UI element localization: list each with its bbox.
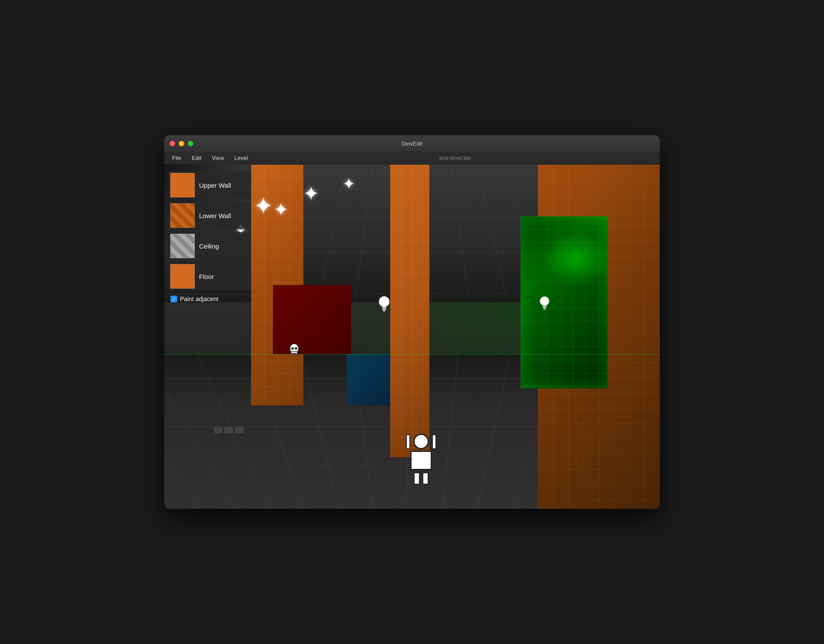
close-button[interactable] <box>169 141 175 146</box>
paint-adjacent-row[interactable]: ✓ Paint adjacent <box>169 295 251 303</box>
bench-3 <box>235 427 243 433</box>
upper-wall-label: Upper Wall <box>199 182 231 189</box>
center-pillar <box>390 165 429 457</box>
bench-area <box>214 427 243 433</box>
sparkle-icon-1: ✦ <box>253 192 273 220</box>
upper-wall-swatch <box>170 173 195 197</box>
svg-rect-8 <box>543 308 546 309</box>
center-pillar-grid <box>390 165 429 457</box>
red-area <box>273 285 351 354</box>
green-grid <box>521 216 608 388</box>
title-bar: DelvEdit <box>164 135 660 152</box>
menu-bar: File Edit View Level test-level.bin <box>164 152 660 165</box>
person-leg-left <box>414 472 420 485</box>
person-legs <box>406 472 436 485</box>
water-area <box>347 354 390 406</box>
person-arms <box>406 434 436 449</box>
person-leg-right <box>422 472 429 485</box>
sparkle-icon-2: ✦ <box>303 182 319 205</box>
svg-point-0 <box>379 296 389 307</box>
person-body <box>410 451 432 470</box>
menu-edit[interactable]: Edit <box>187 153 206 163</box>
app-window: DelvEdit File Edit View Level test-level… <box>164 135 660 509</box>
texture-item-upper-wall[interactable]: Upper Wall <box>169 171 251 199</box>
maximize-button[interactable] <box>188 141 193 146</box>
window-title: DelvEdit <box>402 140 422 147</box>
menu-level[interactable]: Level <box>230 153 252 163</box>
lower-wall-swatch <box>170 203 195 228</box>
checkbox-check-icon: ✓ <box>172 297 176 302</box>
texture-item-lower-wall[interactable]: Lower Wall <box>169 202 251 229</box>
minimize-button[interactable] <box>179 141 184 146</box>
light-bulb-2 <box>538 295 551 316</box>
paint-adjacent-checkbox[interactable]: ✓ <box>170 295 177 302</box>
texture-item-ceiling[interactable]: Ceiling <box>169 232 251 260</box>
svg-point-14 <box>291 347 294 350</box>
ceiling-label: Ceiling <box>199 242 219 250</box>
menu-view[interactable]: View <box>207 153 228 163</box>
viewport-area[interactable]: ✦ ✦ ✦ ✦ ✦ <box>164 165 660 509</box>
person-arm-left <box>406 434 410 449</box>
svg-rect-9 <box>544 309 546 310</box>
svg-rect-18 <box>295 353 296 355</box>
3d-viewport[interactable]: ✦ ✦ ✦ ✦ ✦ <box>164 165 660 509</box>
bench-2 <box>224 427 233 433</box>
player-figure <box>406 434 436 481</box>
svg-rect-2 <box>382 309 386 310</box>
svg-point-6 <box>540 296 549 305</box>
svg-point-15 <box>295 347 297 350</box>
svg-rect-17 <box>294 353 295 355</box>
horizon-line <box>164 354 660 355</box>
texture-sidebar: Upper Wall Lower Wall Ceiling Floor <box>169 171 251 303</box>
svg-rect-3 <box>383 310 385 312</box>
skull-icon <box>288 344 300 359</box>
lower-wall-label: Lower Wall <box>199 212 231 219</box>
menu-file[interactable]: File <box>168 153 186 163</box>
green-area <box>521 216 608 388</box>
paint-adjacent-label: Paint adjacent <box>180 295 219 302</box>
sparkle-icon-4: ✦ <box>273 199 289 220</box>
texture-item-floor[interactable]: Floor <box>169 262 251 290</box>
filename: test-level.bin <box>439 155 471 161</box>
floor-swatch <box>170 264 195 289</box>
ceiling-swatch <box>170 234 195 258</box>
svg-rect-16 <box>292 353 293 355</box>
light-bulb-1 <box>377 295 391 318</box>
bench-1 <box>214 427 223 433</box>
sparkle-icon-3: ✦ <box>342 175 355 193</box>
traffic-lights <box>169 141 193 146</box>
person-arm-right <box>432 434 436 449</box>
floor-label: Floor <box>199 273 214 280</box>
